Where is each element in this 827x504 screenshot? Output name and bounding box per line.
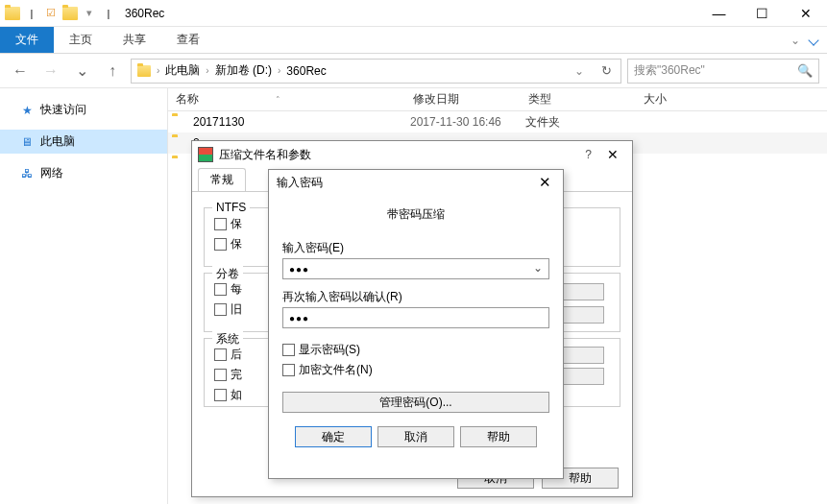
group-title-ntfs: NTFS bbox=[212, 201, 250, 214]
ribbon-tab-view[interactable]: 查看 bbox=[161, 27, 215, 53]
star-icon: ★ bbox=[19, 103, 35, 118]
side-button[interactable] bbox=[558, 347, 604, 364]
sidebar-item-label: 快速访问 bbox=[40, 102, 86, 118]
search-input[interactable]: 搜索"360Rec" 🔍 bbox=[627, 59, 819, 84]
dialog-title-bar[interactable]: 压缩文件名和参数 ? ✕ bbox=[192, 141, 632, 168]
chevron-right-icon[interactable]: › bbox=[155, 65, 161, 76]
password-confirm-input[interactable]: ●●● bbox=[282, 307, 549, 328]
dialog-heading: 带密码压缩 bbox=[282, 203, 549, 238]
show-password-checkbox[interactable]: 显示密码(S) bbox=[282, 340, 549, 360]
dialog-tab-general[interactable]: 常规 bbox=[198, 168, 246, 191]
maximize-button[interactable]: ☐ bbox=[741, 0, 784, 27]
side-button[interactable] bbox=[558, 283, 604, 300]
encrypt-filenames-checkbox[interactable]: 加密文件名(N) bbox=[282, 360, 549, 380]
sidebar-item-label: 此电脑 bbox=[40, 133, 75, 150]
password-dialog: 输入密码 ✕ 带密码压缩 输入密码(E) ●●● 再次输入密码以确认(R) ●●… bbox=[268, 169, 564, 479]
password-label: 输入密码(E) bbox=[282, 238, 549, 258]
help-button[interactable]: 帮助 bbox=[460, 426, 537, 447]
chevron-right-icon[interactable]: › bbox=[276, 65, 282, 76]
rar-icon bbox=[198, 147, 213, 162]
chevron-right-icon[interactable]: › bbox=[204, 65, 210, 76]
column-size[interactable]: 大小 bbox=[644, 91, 740, 108]
address-segment[interactable]: 此电脑 bbox=[161, 62, 204, 79]
forward-button[interactable]: → bbox=[38, 59, 63, 84]
up-button[interactable]: ↑ bbox=[100, 59, 125, 84]
password-confirm-label: 再次输入密码以确认(R) bbox=[282, 287, 549, 307]
sidebar-item-network[interactable]: 🖧 网络 bbox=[0, 161, 167, 185]
history-dropdown[interactable]: ⌄ bbox=[69, 59, 94, 84]
close-icon[interactable]: ✕ bbox=[599, 147, 626, 162]
refresh-icon[interactable]: ↻ bbox=[594, 59, 619, 84]
sidebar: ★ 快速访问 🖥 此电脑 🖧 网络 bbox=[0, 88, 168, 504]
title-bar: | ☑ ▾ | 360Rec — ☐ ✕ bbox=[0, 0, 827, 27]
sidebar-item-quick-access[interactable]: ★ 快速访问 bbox=[0, 98, 167, 122]
manage-passwords-button[interactable]: 管理密码(O)... bbox=[282, 392, 549, 413]
password-input[interactable]: ●●● bbox=[282, 258, 549, 279]
folder-icon bbox=[172, 157, 189, 171]
help-icon[interactable]: ? bbox=[577, 148, 599, 161]
column-type[interactable]: 类型 bbox=[528, 91, 644, 108]
sidebar-item-label: 网络 bbox=[40, 165, 63, 181]
dialog-title: 输入密码 bbox=[277, 175, 535, 191]
pc-icon: 🖥 bbox=[19, 134, 35, 150]
sidebar-item-this-pc[interactable]: 🖥 此电脑 bbox=[0, 130, 167, 154]
network-icon: 🖧 bbox=[19, 166, 35, 181]
close-button[interactable]: ✕ bbox=[784, 0, 827, 27]
search-placeholder: 搜索"360Rec" bbox=[634, 62, 705, 79]
ribbon-tab-home[interactable]: 主页 bbox=[54, 27, 108, 53]
ribbon-tab-file[interactable]: 文件 bbox=[0, 27, 54, 53]
back-button[interactable]: ← bbox=[8, 59, 33, 84]
nav-toolbar: ← → ⌄ ↑ › 此电脑 › 新加卷 (D:) › 360Rec ⌄ ↻ 搜索… bbox=[0, 54, 827, 88]
dropdown-icon[interactable]: ▾ bbox=[81, 5, 98, 22]
divider: | bbox=[100, 5, 117, 22]
dialog-title-bar[interactable]: 输入密码 ✕ bbox=[269, 170, 563, 195]
search-icon[interactable]: 🔍 bbox=[797, 63, 813, 78]
column-headers: 名称˄ 修改日期 类型 大小 bbox=[168, 88, 827, 111]
check-icon[interactable]: ☑ bbox=[42, 5, 60, 22]
group-title-volume: 分卷 bbox=[212, 266, 243, 282]
group-title-system: 系统 bbox=[212, 331, 243, 348]
file-date: 2017-11-30 16:46 bbox=[410, 115, 525, 129]
folder-icon bbox=[172, 115, 189, 129]
column-name[interactable]: 名称˄ bbox=[168, 91, 413, 108]
folder-icon bbox=[61, 5, 79, 22]
sort-icon: ˄ bbox=[276, 95, 280, 105]
close-icon[interactable]: ✕ bbox=[535, 174, 555, 191]
folder-icon bbox=[4, 5, 21, 22]
address-segment[interactable]: 新加卷 (D:) bbox=[211, 62, 276, 79]
divider: | bbox=[23, 5, 40, 22]
ribbon-expand-icon[interactable]: ⌄ bbox=[781, 34, 810, 47]
address-segment[interactable]: 360Rec bbox=[282, 64, 329, 78]
side-button[interactable] bbox=[558, 368, 604, 385]
file-row[interactable]: 20171130 2017-11-30 16:46 文件夹 bbox=[168, 111, 827, 132]
ribbon: 文件 主页 共享 查看 ⌄ bbox=[0, 27, 827, 54]
side-button[interactable] bbox=[558, 306, 604, 324]
column-date[interactable]: 修改日期 bbox=[413, 91, 528, 108]
dialog-title: 压缩文件名和参数 bbox=[219, 147, 577, 163]
folder-icon bbox=[134, 65, 155, 77]
file-type: 文件夹 bbox=[525, 114, 641, 131]
help-icon[interactable] bbox=[808, 35, 818, 45]
ribbon-tab-share[interactable]: 共享 bbox=[108, 27, 161, 53]
folder-icon bbox=[172, 136, 189, 150]
ok-button[interactable]: 确定 bbox=[295, 426, 372, 447]
window-title: 360Rec bbox=[121, 7, 164, 20]
address-bar[interactable]: › 此电脑 › 新加卷 (D:) › 360Rec ⌄ ↻ bbox=[131, 59, 621, 84]
cancel-button[interactable]: 取消 bbox=[377, 426, 454, 447]
file-name: 20171130 bbox=[189, 115, 410, 129]
dropdown-icon[interactable]: ⌄ bbox=[567, 59, 592, 84]
minimize-button[interactable]: — bbox=[697, 0, 741, 27]
